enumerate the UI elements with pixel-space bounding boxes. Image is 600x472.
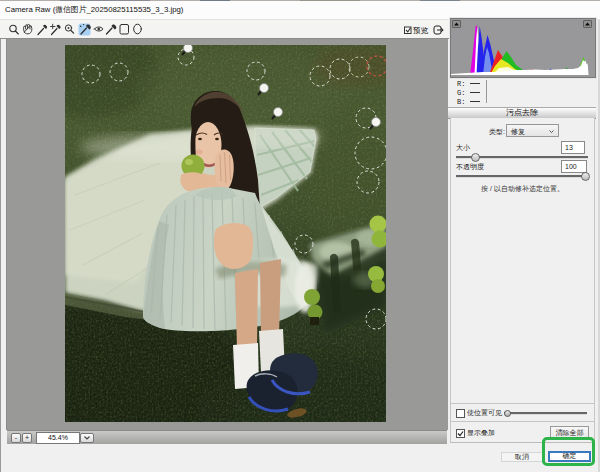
svg-text:预览: 预览 xyxy=(413,26,429,35)
